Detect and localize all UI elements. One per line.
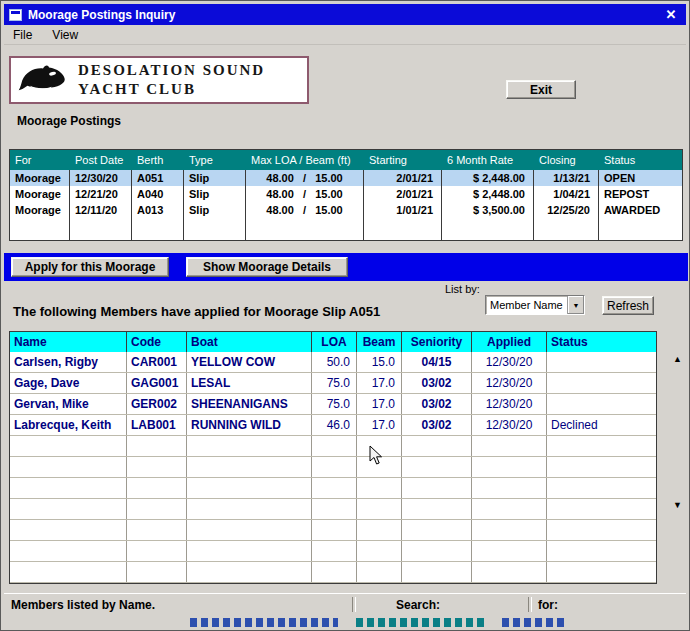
cell-rate: $ 3,500.00 [442,202,534,218]
postings-table-empty-area [10,218,682,240]
empty-cell [547,457,656,477]
empty-cell [547,562,656,582]
exit-button[interactable]: Exit [506,80,576,99]
empty-cell [127,562,187,582]
cell-seniority: 03/02 [402,394,472,414]
member-row[interactable]: Carlsen, Rigby CAR001 YELLOW COW 50.0 15… [10,352,656,373]
empty-cell [312,478,357,498]
member-row[interactable]: Gervan, Mike GER002 SHEENANIGANS 75.0 17… [10,394,656,415]
empty-cell [547,520,656,540]
empty-cell [357,541,402,561]
cell-boat: SHEENANIGANS [187,394,312,414]
cell-code: GER002 [127,394,187,414]
cell-applied: 12/30/20 [472,415,547,435]
cell-boat: RUNNING WILD [187,415,312,435]
empty-cell [246,218,364,240]
empty-cell [127,499,187,519]
empty-cell [472,436,547,456]
cell-status: OPEN [599,170,682,186]
cell-name: Gage, Dave [10,373,127,393]
cell-closing: 1/13/21 [534,170,599,186]
cell-name: Carlsen, Rigby [10,352,127,372]
scroll-down-icon: ▼ [673,500,682,510]
empty-cell [472,520,547,540]
empty-cell [312,541,357,561]
empty-cell [472,541,547,561]
cell-status [547,373,656,393]
refresh-button[interactable]: Refresh [602,296,654,315]
empty-cell [357,478,402,498]
empty-cell [184,218,246,240]
posting-row-selected[interactable]: Moorage 12/30/20 A051 Slip 48.00 / 15.00… [10,170,682,186]
member-row-empty [10,520,656,541]
empty-cell [312,520,357,540]
postings-table: For Post Date Berth Type Max LOA / Beam … [9,149,683,241]
cell-boat: LESAL [187,373,312,393]
member-row-empty [10,457,656,478]
empty-cell [364,218,442,240]
logo-text: DESOLATION SOUND YACHT CLUB [78,61,265,100]
cell-loa: 75.0 [312,394,357,414]
col-loa: LOA [312,332,357,352]
cell-starting: 2/01/21 [364,186,442,202]
cell-loa: 46.0 [312,415,357,435]
cell-name: Gervan, Mike [10,394,127,414]
cell-beam: 17.0 [357,394,402,414]
cell-status [547,394,656,414]
cell-for: Moorage [10,186,70,202]
member-row[interactable]: Labrecque, Keith LAB001 RUNNING WILD 46.… [10,415,656,436]
scroll-down-button[interactable]: ▼ [670,498,685,512]
status-search-label: Search: [356,598,528,612]
cell-starting: 2/01/21 [364,170,442,186]
empty-cell [357,499,402,519]
applicants-heading: The following Members have applied for M… [13,304,380,319]
empty-cell [187,457,312,477]
menu-file[interactable]: File [11,27,34,43]
col-max-loa-beam: Max LOA / Beam (ft) [246,154,364,166]
apply-for-moorage-button[interactable]: Apply for this Moorage [11,257,169,277]
cell-loa-beam: 48.00 / 15.00 [246,186,364,202]
posting-row[interactable]: Moorage 12/21/20 A040 Slip 48.00 / 15.00… [10,186,682,202]
empty-cell [312,562,357,582]
cell-applied: 12/30/20 [472,373,547,393]
member-row[interactable]: Gage, Dave GAG001 LESAL 75.0 17.0 03/02 … [10,373,656,394]
empty-cell [357,436,402,456]
applicants-table: Name Code Boat LOA Beam Seniority Applie… [9,331,657,584]
scroll-up-button[interactable]: ▲ [670,352,685,366]
cell-rate: $ 2,448.00 [442,170,534,186]
cell-beam: 17.0 [357,415,402,435]
col-post-date: Post Date [70,154,132,166]
cell-post-date: 12/30/20 [70,170,132,186]
col-status: Status [547,332,656,352]
empty-cell [534,218,599,240]
empty-cell [547,499,656,519]
cell-closing: 12/25/20 [534,202,599,218]
empty-cell [187,436,312,456]
chevron-down-icon[interactable]: ▼ [567,296,584,314]
empty-cell [599,218,682,240]
empty-cell [402,436,472,456]
empty-cell [10,520,127,540]
empty-cell [187,499,312,519]
empty-cell [402,520,472,540]
col-type: Type [184,154,246,166]
col-applied: Applied [472,332,547,352]
empty-cell [547,478,656,498]
list-by-value: Member Name [486,299,567,311]
close-icon[interactable]: ✕ [661,7,681,22]
cell-type: Slip [184,186,246,202]
posting-row[interactable]: Moorage 12/11/20 A013 Slip 48.00 / 15.00… [10,202,682,218]
menu-view[interactable]: View [50,27,80,43]
cell-boat: YELLOW COW [187,352,312,372]
empty-cell [10,541,127,561]
cell-loa: 75.0 [312,373,357,393]
empty-cell [357,457,402,477]
col-seniority: Seniority [402,332,472,352]
status-for-label: for: [532,598,558,612]
empty-cell [187,541,312,561]
list-by-dropdown[interactable]: Member Name ▼ [485,295,585,315]
show-moorage-details-button[interactable]: Show Moorage Details [186,257,348,277]
empty-cell [187,478,312,498]
member-row-empty [10,436,656,457]
cell-loa-beam: 48.00 / 15.00 [246,170,364,186]
